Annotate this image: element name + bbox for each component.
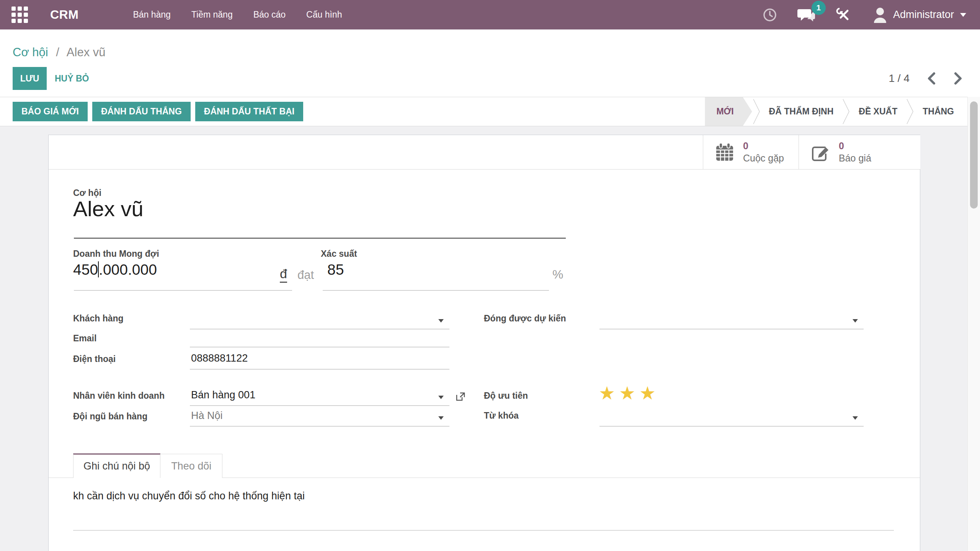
scrollbar-track[interactable] [967,97,980,551]
meetings-stat-button[interactable]: 0 Cuộc gặp [703,135,799,169]
salesperson-dropdown-icon[interactable] [438,396,444,399]
star-icon[interactable]: ★ [599,383,619,403]
statusbar: BÁO GIÁ MỚI ĐÁNH DẤU THẮNG ĐÁNH DẤU THẤT… [0,97,980,126]
chevron-down-icon [960,13,966,17]
sales-team-dropdown-icon[interactable] [438,416,444,420]
salesperson-label: Nhân viên kinh doanh [73,391,165,401]
notebook-tabs: Ghi chú nội bộ Theo dõi [49,453,920,478]
quotations-stat-button[interactable]: 0 Báo giá [799,135,920,169]
tab-followup[interactable]: Theo dõi [160,454,222,478]
save-button[interactable]: LƯU [13,67,47,90]
quotations-label: Báo giá [839,152,871,164]
revenue-value-part2: .000.000 [99,261,157,278]
priority-label: Độ ưu tiên [484,391,528,401]
top-navbar: CRM Bán hàng Tiềm năng Báo cáo Cấu hình … [0,0,980,29]
messages-icon[interactable]: 1 [797,7,816,23]
stat-button-row: 0 Cuộc gặp 0 Báo giá [49,135,920,170]
tab-internal-notes[interactable]: Ghi chú nội bộ [73,453,160,478]
control-panel: Cơ hội / Alex vũ LƯU HUỶ BỎ 1 / 4 [0,29,980,97]
new-quotation-button[interactable]: BÁO GIÁ MỚI [13,102,88,121]
star-icon[interactable]: ★ [619,383,639,403]
opportunity-title-input[interactable]: Alex vũ [73,196,144,221]
activities-clock-icon[interactable] [762,7,777,23]
mark-won-button[interactable]: ĐÁNH DẤU THẮNG [92,102,191,121]
tags-dropdown-icon[interactable] [853,416,858,420]
expected-closing-field[interactable] [599,329,864,329]
pager-count: 1 / 4 [889,72,910,85]
tags-field[interactable] [599,426,864,427]
tools-icon[interactable] [836,7,851,23]
statusbar-actions: BÁO GIÁ MỚI ĐÁNH DẤU THẮNG ĐÁNH DẤU THẤT… [13,102,303,121]
mark-lost-button[interactable]: ĐÁNH DẤU THẤT BẠI [195,102,303,121]
pager-next-icon[interactable] [953,72,963,85]
expected-closing-dropdown-icon[interactable] [853,319,858,323]
navbar-right: 1 Administrator [742,7,966,23]
content-area: 0 Cuộc gặp 0 Báo giá Cơ hội A [0,126,980,551]
sales-team-underline [190,426,449,427]
stage-won[interactable]: THẮNG [914,97,962,126]
form-sheet: 0 Cuộc gặp 0 Báo giá Cơ hội A [48,135,920,551]
sales-team-input[interactable]: Hà Nội [191,410,223,422]
expected-closing-label: Đóng được dự kiến [484,313,566,324]
customer-label: Khách hàng [73,313,124,324]
external-link-icon[interactable] [455,391,466,402]
salesperson-input[interactable]: Bán hàng 001 [191,389,255,401]
meetings-label: Cuộc gặp [743,152,784,164]
message-count-badge: 1 [812,1,826,15]
main-menu: Bán hàng Tiềm năng Báo cáo Cấu hình [133,10,342,20]
star-icon[interactable]: ★ [639,383,660,403]
probability-label: Xác suất [321,249,357,259]
breadcrumb-current: Alex vũ [67,46,106,59]
menu-leads[interactable]: Tiềm năng [191,10,233,20]
menu-configuration[interactable]: Cấu hình [306,10,342,20]
user-name: Administrator [893,9,954,21]
internal-note-text[interactable]: kh cần dịch vụ chuyển đổi số cho hệ thốn… [73,490,305,502]
revenue-connector-text: đạt [297,268,314,282]
calendar-icon [715,142,735,162]
quotations-count: 0 [839,140,871,152]
expected-revenue-input[interactable]: 450.000.000 [73,261,157,278]
revenue-value-part1: 450 [73,261,98,278]
discard-button[interactable]: HUỶ BỎ [55,67,89,90]
meetings-count: 0 [743,140,784,152]
priority-stars[interactable]: ★★★ [599,382,660,404]
stage-pipeline: MỚI ĐÃ THẨM ĐỊNH ĐỀ XUẤT THẮNG [705,97,962,126]
phone-label: Điện thoại [73,354,116,364]
menu-sales[interactable]: Bán hàng [133,10,170,20]
email-field[interactable] [190,347,449,347]
app-title[interactable]: CRM [50,8,78,22]
breadcrumb-separator: / [56,46,59,59]
salesperson-underline [190,405,449,406]
customer-dropdown-icon[interactable] [438,319,444,323]
expected-revenue-underline [74,290,292,291]
record-pager: 1 / 4 [889,67,963,90]
probability-underline [323,290,549,291]
stage-new[interactable]: MỚI [705,97,752,126]
percent-symbol: % [552,267,563,282]
apps-grid-icon[interactable] [11,7,28,23]
avatar-icon [873,7,887,23]
scrollbar-thumb[interactable] [970,101,978,209]
breadcrumb: Cơ hội / Alex vũ [13,46,106,59]
probability-input[interactable]: 85 [327,261,344,278]
stage-separator-icon [752,97,761,126]
menu-reporting[interactable]: Báo cáo [253,10,286,20]
currency-symbol: đ [280,266,287,283]
pager-previous-icon[interactable] [926,72,936,85]
note-underline [73,530,894,531]
breadcrumb-parent-link[interactable]: Cơ hội [13,46,48,59]
stage-separator-icon [906,97,914,126]
sales-team-label: Đội ngũ bán hàng [73,411,147,422]
stage-qualified[interactable]: ĐÃ THẨM ĐỊNH [761,97,842,126]
email-label: Email [73,333,96,344]
customer-field[interactable] [190,329,449,329]
tags-label: Từ khóa [484,411,519,421]
stage-separator-icon [842,97,850,126]
phone-input[interactable]: 0888881122 [191,352,248,364]
title-underline [74,238,566,239]
crm-opportunity-form-page: CRM Bán hàng Tiềm năng Báo cáo Cấu hình … [0,0,980,551]
phone-underline [190,369,449,370]
stage-proposition[interactable]: ĐỀ XUẤT [850,97,906,126]
expected-revenue-label: Doanh thu Mong đợi [73,249,159,259]
user-menu[interactable]: Administrator [873,7,966,23]
